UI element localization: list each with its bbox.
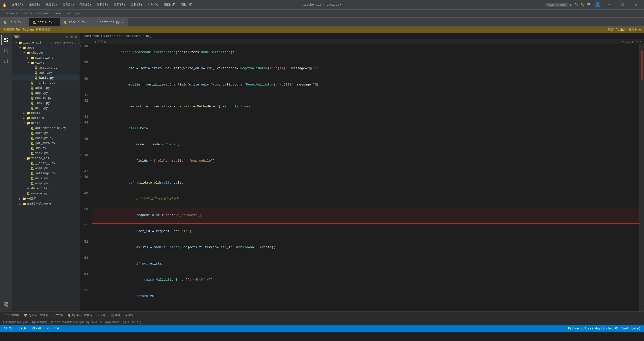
bottom-python-pkg[interactable]: 📦 Python 软件包 xyxy=(22,313,50,317)
line-content-42[interactable]: new_mobile = serializers.SerializerMetho… xyxy=(92,99,639,115)
line-content-54[interactable]: raise ValidationError("原手机号错误") xyxy=(92,272,639,288)
status-position[interactable]: 49:22 xyxy=(2,325,14,332)
fold-48[interactable]: ▽ xyxy=(80,175,82,178)
tree-item-urls-shipper[interactable]: 🐍 urls.py xyxy=(12,106,79,111)
activity-explorer[interactable] xyxy=(1,35,11,45)
code-line-52[interactable]: 52 exists = models.Company.objects.filte… xyxy=(79,240,639,256)
tree-item-urls-root[interactable]: 🐍 urls.py xyxy=(12,176,79,181)
tree-item-admin[interactable]: 🐍 admin.py xyxy=(12,86,79,91)
code-line-43[interactable]: 43 xyxy=(79,115,639,120)
maximize-button[interactable]: □ xyxy=(617,0,628,10)
tree-item-encrypt[interactable]: 🐍 encrypt.py xyxy=(12,136,79,141)
more-tabs-button[interactable]: ⋯ xyxy=(637,18,644,26)
line-content-45[interactable]: model = models.Company xyxy=(92,137,639,153)
menu-help[interactable]: 帮助(H) xyxy=(179,2,195,7)
code-line-55[interactable]: 55 return val xyxy=(79,288,639,304)
sidebar-settings-icon[interactable]: ⚙ xyxy=(66,34,68,39)
tree-item-views[interactable]: ▼ 📁 views xyxy=(12,60,79,65)
code-line-39[interactable]: 39 old = serializers.CharField(write_onl… xyxy=(79,60,639,76)
tree-item-db[interactable]: 🗄 db.sqlite3 xyxy=(12,186,79,191)
tree-item-xiaohe_api-root[interactable]: ▼ 📁 xiaohe_api D:\Desktop\day37... xyxy=(12,40,79,45)
line-content-38[interactable]: class UpdateMobileSerializer(serializers… xyxy=(92,44,639,60)
fold-38[interactable]: ▽ xyxy=(80,45,82,48)
code-line-44[interactable]: ▽ 44 class Meta: xyxy=(79,120,639,137)
menu-view[interactable]: 视图(V) xyxy=(43,2,60,7)
avatar[interactable]: 👤 xyxy=(594,1,601,8)
code-line-51[interactable]: 51 user_id = request.user['id'] xyxy=(79,223,639,239)
code-line-38[interactable]: ▽ 38 class UpdateMobileSerializer(serial… xyxy=(79,44,639,60)
menu-file[interactable]: 文件(F) xyxy=(9,2,26,7)
tree-item-scripts[interactable]: ▶ 📁 scripts xyxy=(12,116,79,121)
menu-vcs[interactable]: VCS(S) xyxy=(145,2,161,7)
tree-item-settings[interactable]: 🐍 settings.py xyxy=(12,171,79,176)
tree-item-tests[interactable]: 🐍 tests.py xyxy=(12,101,79,106)
bc-shipper[interactable]: shipper xyxy=(36,12,49,15)
chevron-up-icon[interactable]: ∧ xyxy=(637,40,638,43)
fold-44[interactable]: ▽ xyxy=(80,121,82,124)
tree-item-external-libs[interactable]: ▶ 📁 外部库 xyxy=(12,196,79,201)
close-tab-basic[interactable]: ✕ xyxy=(54,21,57,24)
bottom-issues[interactable]: ⚠ 问题 xyxy=(96,313,107,317)
status-encoding[interactable]: CRLF xyxy=(17,325,27,332)
tree-item-jwt-auth[interactable]: 🐍 jwt_auth.py xyxy=(12,141,79,146)
tree-item-manage[interactable]: 🐍 manage.py xyxy=(12,191,79,196)
tree-item-shipper[interactable]: ▼ 📁 shipper xyxy=(12,50,79,55)
tree-item-authentication[interactable]: 🐍 authentication.py xyxy=(12,126,79,131)
code-line-48[interactable]: ▽ 48 def validate_old(self, val): xyxy=(79,175,639,191)
menu-edit[interactable]: 编辑(E) xyxy=(26,2,43,7)
bc-apps[interactable]: apps xyxy=(25,12,32,15)
minimize-button[interactable]: ─ xyxy=(603,0,615,10)
menu-tools[interactable]: 工具(T) xyxy=(128,2,145,7)
line-content-40[interactable]: mobile = serializers.CharField(write_onl… xyxy=(92,77,639,93)
line-content-39[interactable]: old = serializers.CharField(write_only=T… xyxy=(92,60,639,76)
tree-item-temp-files[interactable]: ▶ 📁 临时文件和控制台 xyxy=(12,201,79,207)
tree-item-migrations[interactable]: ▶ 📁 migrations xyxy=(12,55,79,60)
tab-basic[interactable]: 🐍 basic.py ✕ xyxy=(29,18,60,26)
bc-file[interactable]: basic.py xyxy=(65,12,80,15)
build-button[interactable]: 🔨 xyxy=(574,3,579,7)
code-line-45[interactable]: 45 model = models.Company xyxy=(79,137,639,153)
bc-root[interactable]: xiaohe_api xyxy=(3,12,21,15)
line-content-48[interactable]: def validate_old(self, val): xyxy=(92,175,639,191)
tab-urls[interactable]: 🐍 urls.py ✕ xyxy=(0,18,29,26)
code-line-53[interactable]: 53 if not exists: xyxy=(79,256,639,272)
code-line-42[interactable]: 42 new_mobile = serializers.SerializerMe… xyxy=(79,99,639,115)
debug-button[interactable]: 🐛 xyxy=(581,3,585,7)
code-line-46[interactable]: ▽ 46 fields = ['old', "mobile", "new_mob… xyxy=(79,153,639,169)
activity-search[interactable] xyxy=(1,46,11,56)
close-tab-urls[interactable]: ✕ xyxy=(23,21,25,24)
line-content-47[interactable] xyxy=(92,169,639,175)
line-content-46[interactable]: fields = ['old', "mobile", "new_mobile"] xyxy=(92,153,639,169)
close-tab-settings[interactable]: ✕ xyxy=(121,21,124,24)
bc-views[interactable]: views xyxy=(53,12,62,15)
tree-item-apps[interactable]: 🐍 apps.py xyxy=(12,91,79,96)
line-content-49[interactable]: # 当前登录用的手机号是不是 xyxy=(92,191,639,207)
line-content-43[interactable] xyxy=(92,115,639,120)
code-line-54[interactable]: 54 raise ValidationError("原手机号错误") xyxy=(79,272,639,288)
line-content-53[interactable]: if not exists: xyxy=(92,256,639,272)
bottom-python-console[interactable]: 🐍 Python 控制台 xyxy=(66,313,94,317)
sidebar-expand-icon[interactable]: ⊞ xyxy=(75,34,77,39)
line-content-41[interactable] xyxy=(92,93,639,99)
profile-selector[interactable]: xiaohe_api xyxy=(545,3,568,7)
menu-refactor[interactable]: 重构(R) xyxy=(94,2,111,7)
menu-run[interactable]: 运行(R) xyxy=(111,2,128,7)
tab-models[interactable]: 🐍 models.py ✕ xyxy=(60,18,93,26)
menu-window[interactable]: 窗口(W) xyxy=(162,2,178,7)
tree-item-media[interactable]: ▶ 📁 media xyxy=(12,111,79,116)
tree-item-wsgi[interactable]: 🐍 wsgi.py xyxy=(12,181,79,186)
code-line-49[interactable]: 49 # 当前登录用的手机号是不是 xyxy=(79,191,639,207)
activity-extensions[interactable] xyxy=(1,299,11,309)
code-editor[interactable]: ▽ 38 class UpdateMobileSerializer(serial… xyxy=(79,44,639,311)
bottom-todo[interactable]: ☑ TODO xyxy=(52,314,64,317)
line-content-55[interactable]: return val xyxy=(92,288,639,304)
code-line-50[interactable]: 50 request = self.context['request'] xyxy=(79,207,639,223)
status-charset[interactable]: UTF-8 xyxy=(30,325,43,332)
close-button[interactable]: ✕ xyxy=(630,0,642,10)
status-indent[interactable]: 4 个空格 xyxy=(46,325,61,332)
chevron-down-icon[interactable]: ∨ xyxy=(639,40,641,43)
tab-settings[interactable]: ⚙ settings.py ✕ xyxy=(93,18,128,26)
bottom-terminal[interactable]: ⬛ 终端 xyxy=(109,313,122,317)
line-content-52[interactable]: exists = models.Company.objects.filter(i… xyxy=(92,240,639,256)
line-content-44[interactable]: class Meta: xyxy=(92,120,639,137)
